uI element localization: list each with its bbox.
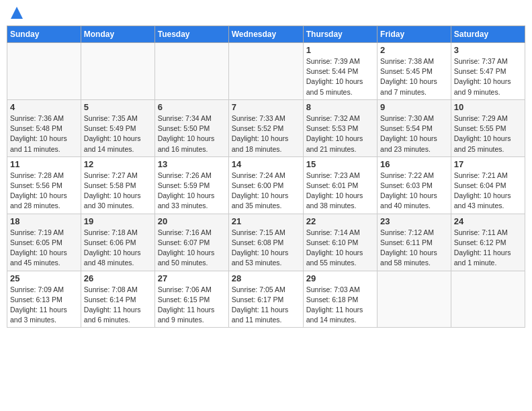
calendar-day-cell	[228, 43, 303, 100]
calendar-day-cell: 3Sunrise: 7:37 AM Sunset: 5:47 PM Daylig…	[451, 43, 525, 100]
day-number: 14	[232, 159, 300, 169]
day-detail: Sunrise: 7:06 AM Sunset: 6:15 PM Dayligh…	[158, 285, 226, 326]
calendar-day-cell: 23Sunrise: 7:12 AM Sunset: 6:11 PM Dayli…	[378, 214, 451, 271]
calendar-day-cell: 1Sunrise: 7:39 AM Sunset: 5:44 PM Daylig…	[303, 43, 377, 100]
day-detail: Sunrise: 7:33 AM Sunset: 5:52 PM Dayligh…	[232, 113, 300, 154]
weekday-header: Tuesday	[154, 26, 228, 43]
calendar-day-cell: 10Sunrise: 7:29 AM Sunset: 5:55 PM Dayli…	[451, 99, 525, 156]
day-detail: Sunrise: 7:15 AM Sunset: 6:08 PM Dayligh…	[232, 228, 300, 269]
day-number: 12	[84, 159, 152, 169]
day-detail: Sunrise: 7:21 AM Sunset: 6:04 PM Dayligh…	[454, 171, 522, 212]
calendar-day-cell: 21Sunrise: 7:15 AM Sunset: 6:08 PM Dayli…	[228, 214, 303, 271]
calendar-week-row: 11Sunrise: 7:28 AM Sunset: 5:56 PM Dayli…	[7, 156, 525, 214]
day-detail: Sunrise: 7:12 AM Sunset: 6:11 PM Dayligh…	[380, 228, 448, 269]
calendar-day-cell: 15Sunrise: 7:23 AM Sunset: 6:01 PM Dayli…	[303, 156, 377, 214]
calendar-day-cell: 6Sunrise: 7:34 AM Sunset: 5:50 PM Daylig…	[154, 99, 228, 156]
calendar-day-cell: 24Sunrise: 7:11 AM Sunset: 6:12 PM Dayli…	[451, 214, 525, 271]
calendar-day-cell: 2Sunrise: 7:38 AM Sunset: 5:45 PM Daylig…	[378, 43, 451, 100]
day-number: 26	[84, 273, 152, 283]
day-detail: Sunrise: 7:38 AM Sunset: 5:45 PM Dayligh…	[380, 56, 448, 97]
calendar-day-cell: 19Sunrise: 7:18 AM Sunset: 6:06 PM Dayli…	[81, 214, 154, 271]
weekday-header: Friday	[378, 26, 451, 43]
weekday-header: Thursday	[303, 26, 377, 43]
day-detail: Sunrise: 7:23 AM Sunset: 6:01 PM Dayligh…	[306, 171, 374, 212]
calendar-week-row: 18Sunrise: 7:19 AM Sunset: 6:05 PM Dayli…	[7, 214, 525, 271]
calendar-day-cell: 16Sunrise: 7:22 AM Sunset: 6:03 PM Dayli…	[378, 156, 451, 214]
calendar-day-cell	[154, 43, 228, 100]
calendar-day-cell: 5Sunrise: 7:35 AM Sunset: 5:49 PM Daylig…	[81, 99, 154, 156]
day-detail: Sunrise: 7:28 AM Sunset: 5:56 PM Dayligh…	[10, 171, 78, 212]
calendar-day-cell: 4Sunrise: 7:36 AM Sunset: 5:48 PM Daylig…	[7, 99, 81, 156]
day-number: 22	[306, 216, 374, 226]
day-number: 28	[232, 273, 300, 283]
calendar-day-cell: 17Sunrise: 7:21 AM Sunset: 6:04 PM Dayli…	[451, 156, 525, 214]
day-detail: Sunrise: 7:09 AM Sunset: 6:13 PM Dayligh…	[10, 285, 78, 326]
day-detail: Sunrise: 7:37 AM Sunset: 5:47 PM Dayligh…	[454, 56, 522, 97]
day-detail: Sunrise: 7:29 AM Sunset: 5:55 PM Dayligh…	[454, 113, 522, 154]
calendar-week-row: 1Sunrise: 7:39 AM Sunset: 5:44 PM Daylig…	[7, 43, 525, 100]
day-detail: Sunrise: 7:05 AM Sunset: 6:17 PM Dayligh…	[232, 285, 300, 326]
calendar-day-cell: 27Sunrise: 7:06 AM Sunset: 6:15 PM Dayli…	[154, 271, 228, 328]
day-number: 18	[10, 216, 78, 226]
calendar-day-cell: 26Sunrise: 7:08 AM Sunset: 6:14 PM Dayli…	[81, 271, 154, 328]
day-detail: Sunrise: 7:24 AM Sunset: 6:00 PM Dayligh…	[232, 171, 300, 212]
calendar-day-cell: 28Sunrise: 7:05 AM Sunset: 6:17 PM Dayli…	[228, 271, 303, 328]
weekday-header: Wednesday	[228, 26, 303, 43]
calendar-day-cell	[378, 271, 451, 328]
day-detail: Sunrise: 7:11 AM Sunset: 6:12 PM Dayligh…	[454, 228, 522, 269]
calendar-day-cell: 7Sunrise: 7:33 AM Sunset: 5:52 PM Daylig…	[228, 99, 303, 156]
day-detail: Sunrise: 7:30 AM Sunset: 5:54 PM Dayligh…	[380, 113, 448, 154]
calendar-day-cell: 13Sunrise: 7:26 AM Sunset: 5:59 PM Dayli…	[154, 156, 228, 214]
day-detail: Sunrise: 7:14 AM Sunset: 6:10 PM Dayligh…	[306, 228, 374, 269]
day-detail: Sunrise: 7:18 AM Sunset: 6:06 PM Dayligh…	[84, 228, 152, 269]
calendar-header-row: SundayMondayTuesdayWednesdayThursdayFrid…	[7, 26, 525, 43]
day-number: 20	[158, 216, 226, 226]
day-number: 13	[158, 159, 226, 169]
day-detail: Sunrise: 7:03 AM Sunset: 6:18 PM Dayligh…	[306, 285, 374, 326]
day-number: 4	[10, 102, 78, 112]
day-number: 2	[380, 45, 448, 55]
calendar-day-cell	[451, 271, 525, 328]
day-detail: Sunrise: 7:08 AM Sunset: 6:14 PM Dayligh…	[84, 285, 152, 326]
day-detail: Sunrise: 7:22 AM Sunset: 6:03 PM Dayligh…	[380, 171, 448, 212]
day-number: 11	[10, 159, 78, 169]
calendar-day-cell: 20Sunrise: 7:16 AM Sunset: 6:07 PM Dayli…	[154, 214, 228, 271]
calendar-day-cell: 22Sunrise: 7:14 AM Sunset: 6:10 PM Dayli…	[303, 214, 377, 271]
calendar-day-cell: 18Sunrise: 7:19 AM Sunset: 6:05 PM Dayli…	[7, 214, 81, 271]
day-number: 10	[454, 102, 522, 112]
calendar-day-cell: 8Sunrise: 7:32 AM Sunset: 5:53 PM Daylig…	[303, 99, 377, 156]
day-number: 21	[232, 216, 300, 226]
day-number: 8	[306, 102, 374, 112]
page-header	[7, 7, 525, 21]
day-detail: Sunrise: 7:19 AM Sunset: 6:05 PM Dayligh…	[10, 228, 78, 269]
day-number: 17	[454, 159, 522, 169]
day-detail: Sunrise: 7:36 AM Sunset: 5:48 PM Dayligh…	[10, 113, 78, 154]
calendar-day-cell: 25Sunrise: 7:09 AM Sunset: 6:13 PM Dayli…	[7, 271, 81, 328]
day-detail: Sunrise: 7:35 AM Sunset: 5:49 PM Dayligh…	[84, 113, 152, 154]
day-number: 16	[380, 159, 448, 169]
day-detail: Sunrise: 7:39 AM Sunset: 5:44 PM Dayligh…	[306, 56, 374, 97]
day-number: 24	[454, 216, 522, 226]
calendar-day-cell	[81, 43, 154, 100]
calendar-week-row: 25Sunrise: 7:09 AM Sunset: 6:13 PM Dayli…	[7, 271, 525, 328]
calendar-day-cell: 11Sunrise: 7:28 AM Sunset: 5:56 PM Dayli…	[7, 156, 81, 214]
day-number: 5	[84, 102, 152, 112]
day-number: 6	[158, 102, 226, 112]
day-number: 27	[158, 273, 226, 283]
svg-marker-0	[11, 7, 23, 19]
day-number: 3	[454, 45, 522, 55]
day-number: 9	[380, 102, 448, 112]
calendar-day-cell: 12Sunrise: 7:27 AM Sunset: 5:58 PM Dayli…	[81, 156, 154, 214]
day-number: 1	[306, 45, 374, 55]
calendar-table: SundayMondayTuesdayWednesdayThursdayFrid…	[7, 26, 525, 328]
weekday-header: Saturday	[451, 26, 525, 43]
day-detail: Sunrise: 7:32 AM Sunset: 5:53 PM Dayligh…	[306, 113, 374, 154]
weekday-header: Monday	[81, 26, 154, 43]
day-number: 15	[306, 159, 374, 169]
day-number: 23	[380, 216, 448, 226]
calendar-day-cell: 14Sunrise: 7:24 AM Sunset: 6:00 PM Dayli…	[228, 156, 303, 214]
logo	[9, 7, 23, 21]
calendar-day-cell: 29Sunrise: 7:03 AM Sunset: 6:18 PM Dayli…	[303, 271, 377, 328]
day-detail: Sunrise: 7:34 AM Sunset: 5:50 PM Dayligh…	[158, 113, 226, 154]
day-detail: Sunrise: 7:27 AM Sunset: 5:58 PM Dayligh…	[84, 171, 152, 212]
